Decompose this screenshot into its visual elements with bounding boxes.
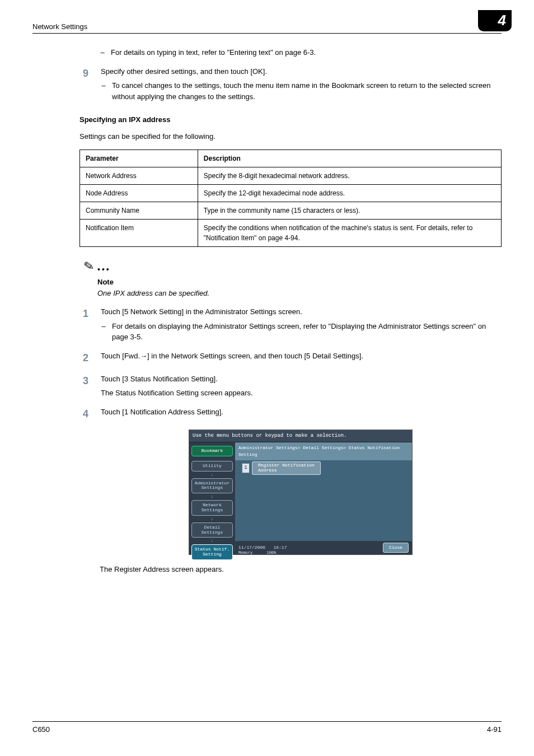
cell: Network Address [80, 167, 198, 185]
dash: – [101, 80, 106, 102]
step1-sub: – For details on displaying the Administ… [101, 321, 502, 343]
th-description: Description [198, 150, 501, 167]
mock-instruction: Use the menu buttons or keypad to make a… [189, 430, 412, 443]
dots-icon: ••• [97, 264, 111, 276]
step-4: 4 Touch [1 Notification Address Setting]… [100, 407, 502, 422]
ipx-heading: Specifying an IPX address [79, 114, 502, 125]
mock-sidebar: Bookmark Utility ↓ Administrator Setting… [189, 442, 235, 554]
memory-value: 100% [266, 550, 276, 555]
section-title: Network Settings [32, 22, 87, 31]
note-label: Note [97, 277, 502, 288]
step9-sub: – To cancel changes to the settings, tou… [101, 80, 502, 102]
step-text: Touch [3 Status Notification Setting]. [101, 374, 502, 385]
note-block: ✎ ••• Note One IPX address can be specif… [84, 257, 502, 298]
bookmark-button[interactable]: Bookmark [191, 446, 233, 456]
cell: Community Name [80, 202, 198, 220]
step-text: Touch [5 Network Setting] in the Adminis… [101, 306, 502, 318]
down-arrow-icon: ↓ [191, 474, 233, 476]
step-2: 2 Touch [Fwd.→] in the Network Settings … [100, 351, 502, 366]
parameter-table: Parameter Description Network AddressSpe… [79, 150, 502, 247]
status-notif-button[interactable]: Status Notif. Setting [191, 544, 233, 560]
table-header-row: Parameter Description [80, 150, 502, 167]
step-number: 4 [83, 407, 91, 422]
th-parameter: Parameter [80, 150, 198, 167]
step-number: 1 [83, 306, 91, 343]
detail-settings-button[interactable]: Detail Settings [191, 522, 233, 538]
step-number: 2 [83, 351, 91, 366]
down-arrow-icon: ↓ [191, 496, 233, 498]
table-row: Network AddressSpecify the 8-digit hexad… [80, 167, 502, 185]
pen-icon: ✎ [82, 256, 95, 277]
step-number: 3 [83, 374, 91, 399]
result-text: The Register Address screen appears. [100, 564, 502, 575]
step-text: Touch [1 Notification Address Setting]. [101, 407, 502, 418]
step-1: 1 Touch [5 Network Setting] in the Admin… [100, 306, 502, 343]
option-row[interactable]: 1 Register Notification Address [242, 461, 321, 475]
step-text: Specify other desired settings, and then… [101, 66, 502, 77]
table-row: Community NameType in the community name… [80, 202, 502, 220]
breadcrumb: Administrator Settings> Detail Settings>… [235, 442, 412, 460]
utility-button[interactable]: Utility [191, 461, 233, 472]
cell: Specify the 12-digit hexadecimal node ad… [198, 185, 501, 202]
note-text: One IPX address can be specified. [97, 288, 502, 299]
cell: Specify the 8-digit hexadecimal network … [198, 167, 501, 185]
admin-settings-button[interactable]: Administrator Settings [191, 478, 233, 494]
ipx-intro: Settings can be specified for the follow… [79, 131, 502, 142]
footer-right: 4-91 [487, 725, 502, 734]
device-screenshot: Use the menu buttons or keypad to make a… [189, 430, 413, 556]
table-row: Notification ItemSpecify the conditions … [80, 220, 502, 247]
network-settings-button[interactable]: Network Settings [191, 500, 233, 516]
down-arrow-icon: ↓ [191, 518, 233, 520]
page-content: – For details on typing in text, refer t… [32, 47, 502, 575]
intro-sub-bullet: – For details on typing in text, refer t… [100, 47, 502, 58]
step-after-text: The Status Notification Setting screen a… [101, 388, 502, 399]
cell: Notification Item [80, 220, 198, 247]
down-arrow-icon: ↓ [191, 540, 233, 542]
step-number: 9 [83, 66, 91, 102]
page-footer: C650 4-91 [32, 721, 502, 734]
mock-main: Administrator Settings> Detail Settings>… [235, 442, 412, 554]
sub-text: For details on displaying the Administra… [112, 321, 502, 343]
option-label: Register Notification Address [252, 461, 321, 475]
step-9: 9 Specify other desired settings, and th… [100, 66, 502, 102]
step-text: Touch [Fwd.→] in the Network Settings sc… [101, 351, 502, 362]
cell: Specify the conditions when notification… [198, 220, 501, 247]
step-3: 3 Touch [3 Status Notification Setting].… [100, 374, 502, 399]
chapter-tab: 4 [478, 10, 512, 31]
table-row: Node AddressSpecify the 12-digit hexadec… [80, 185, 502, 202]
running-header: Network Settings [32, 22, 502, 34]
close-button[interactable]: Close [383, 543, 409, 553]
memory-label: Memory [238, 550, 252, 555]
footer-left: C650 [32, 725, 50, 734]
dash: – [101, 321, 106, 343]
sub-text: For details on typing in text, refer to … [111, 47, 502, 58]
dash: – [100, 47, 105, 58]
cell: Type in the community name (15 character… [198, 202, 501, 220]
option-number: 1 [242, 463, 250, 473]
sub-text: To cancel changes to the settings, touch… [112, 80, 502, 102]
cell: Node Address [80, 185, 198, 202]
